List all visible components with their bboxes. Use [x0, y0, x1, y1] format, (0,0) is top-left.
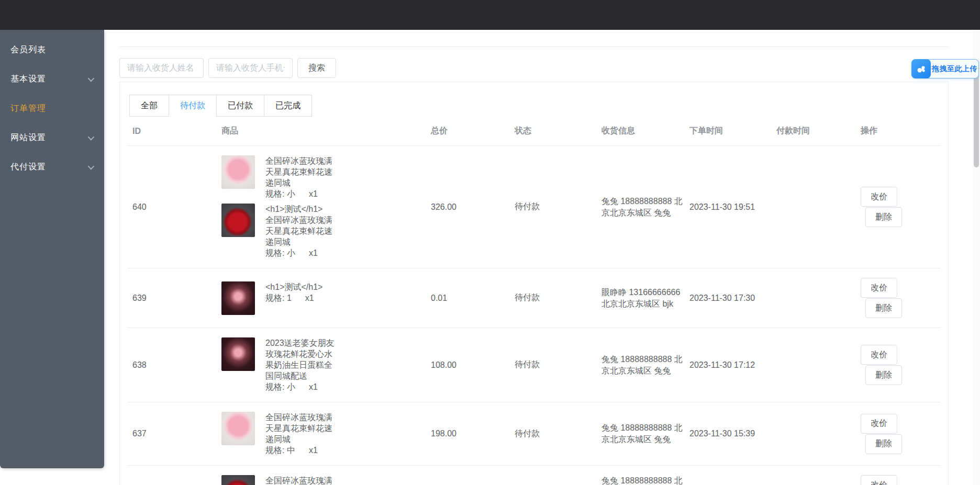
recipient-cell: 兔兔 18888888888 北 [596, 475, 684, 485]
tab-4[interactable]: 已完成 [264, 95, 312, 117]
edit-price-button[interactable]: 改价 [861, 345, 897, 365]
recipient-cell: 兔兔 18888888888 北京北京东城区 兔兔 [596, 196, 684, 219]
recipient-cell: 兔兔 18888888888 北京北京东城区 兔兔 [596, 422, 684, 445]
spec-label: 规格: 中 [265, 446, 295, 455]
search-button[interactable]: 搜索 [297, 58, 336, 78]
actions-cell: 改价删除 [855, 278, 941, 318]
spec-qty: x1 [309, 446, 318, 455]
column-header: 总价 [426, 126, 509, 137]
recipient-phone-input[interactable] [208, 58, 293, 78]
recipient-info: 兔兔 18888888888 北京北京东城区 兔兔 [602, 422, 688, 445]
spec-qty: x1 [309, 249, 318, 257]
product-info: <h1>测试</h1>规格: 1x1 [265, 281, 335, 315]
order-status: 待付款 [509, 292, 596, 303]
product-info: 2023送老婆女朋友玫瑰花鲜花爱心水果奶油生日蛋糕全国同城配送规格: 小x1 [265, 337, 335, 392]
spec-label: 规格: 小 [265, 382, 295, 391]
table-body: 640全国碎冰蓝玫瑰满天星真花束鲜花速递同城规格: 小x1<h1>测试</h1>… [127, 146, 941, 485]
status-tabs: 全部待付款已付款已完成 [129, 95, 311, 117]
product-item: 全国碎冰蓝玫瑰满天星真花束鲜花速递同城规格: 小x1 [221, 155, 426, 199]
edit-price-button[interactable]: 改价 [861, 414, 897, 434]
sidebar-item-4[interactable]: 网站设置 [0, 123, 104, 152]
product-item: 2023送老婆女朋友玫瑰花鲜花爱心水果奶油生日蛋糕全国同城配送规格: 小x1 [221, 337, 426, 392]
order-time: 2023-11-30 15:39 [684, 429, 771, 438]
order-time: 2023-11-30 17:30 [684, 294, 771, 303]
product-image [221, 204, 255, 237]
product-item: 全国碎冰蓝玫瑰满天星真花束鲜花速递同城规格: 中x1 [221, 412, 426, 456]
column-header: 收货信息 [596, 126, 684, 137]
table-row: 640全国碎冰蓝玫瑰满天星真花束鲜花速递同城规格: 小x1<h1>测试</h1>… [127, 146, 941, 268]
actions-cell: 改价删除 [855, 345, 941, 385]
column-header: 付款时间 [771, 126, 855, 137]
column-header: 状态 [509, 126, 596, 137]
spec-qty: x1 [309, 189, 318, 198]
actions-cell: 改价删除 [855, 187, 941, 227]
product-cell: 全国碎冰蓝玫瑰满天星真花束鲜花速递同城规格: 小x1<h1>测试</h1> 全国… [216, 155, 426, 258]
spec-label: 规格: 小 [265, 249, 295, 257]
table-row: 6382023送老婆女朋友玫瑰花鲜花爱心水果奶油生日蛋糕全国同城配送规格: 小x… [127, 328, 941, 402]
edit-price-button[interactable]: 改价 [861, 475, 897, 485]
product-title: 全国碎冰蓝玫瑰满天星真花束鲜花速 [265, 475, 335, 485]
product-title: <h1>测试</h1> [265, 281, 335, 292]
sidebar-item-label: 代付设置 [10, 162, 88, 173]
sidebar-item-label: 网站设置 [10, 132, 88, 143]
edit-price-button[interactable]: 改价 [861, 187, 897, 207]
product-image [221, 281, 255, 315]
column-header: 商品 [216, 126, 426, 137]
order-id: 639 [127, 294, 216, 303]
sidebar-item-label: 会员列表 [10, 44, 93, 55]
actions: 改价删除 [861, 475, 941, 485]
product-info: 全国碎冰蓝玫瑰满天星真花束鲜花速递同城规格: 中x1 [265, 412, 335, 456]
product-title: 全国碎冰蓝玫瑰满天星真花束鲜花速递同城 [265, 155, 335, 188]
product-info: 全国碎冰蓝玫瑰满天星真花束鲜花速 [265, 475, 335, 485]
delete-button[interactable]: 删除 [865, 365, 902, 385]
table-row: 639<h1>测试</h1>规格: 1x10.01待付款眼睁睁 13166666… [127, 268, 941, 328]
table-row: 全国碎冰蓝玫瑰满天星真花束鲜花速兔兔 18888888888 北改价删除 [127, 466, 941, 485]
order-id: 637 [127, 429, 216, 438]
delete-button[interactable]: 删除 [865, 434, 902, 454]
product-cell: <h1>测试</h1>规格: 1x1 [216, 281, 426, 315]
sidebar-item-2[interactable]: 基本设置 [0, 64, 104, 94]
sidebar-item-3[interactable]: 订单管理 [0, 94, 104, 123]
chevron-down-icon [88, 75, 95, 82]
sidebar-item-label: 基本设置 [10, 74, 88, 85]
product-title: <h1>测试</h1> 全国碎冰蓝玫瑰满天星真花束鲜花速递同城 [265, 204, 335, 247]
product-spec: 规格: 小x1 [265, 381, 335, 392]
orders-table: ID商品总价状态收货信息下单时间付款时间操作 640全国碎冰蓝玫瑰满天星真花束鲜… [127, 117, 941, 485]
delete-button[interactable]: 删除 [865, 207, 902, 227]
column-header: 操作 [855, 126, 941, 137]
product-info: 全国碎冰蓝玫瑰满天星真花束鲜花速递同城规格: 小x1 [265, 155, 335, 199]
table-row: 637全国碎冰蓝玫瑰满天星真花束鲜花速递同城规格: 中x1198.00待付款兔兔… [127, 402, 941, 466]
recipient-info: 眼睁睁 13166666666 北京北京东城区 bjk [602, 287, 688, 310]
netdisk-cloud-icon [911, 59, 931, 78]
top-bar [0, 0, 980, 30]
product-title: 全国碎冰蓝玫瑰满天星真花束鲜花速递同城 [265, 412, 335, 445]
orders-card: 全部待付款已付款已完成 ID商品总价状态收货信息下单时间付款时间操作 640全国… [119, 82, 949, 485]
recipient-cell: 眼睁睁 13166666666 北京北京东城区 bjk [596, 287, 684, 310]
sidebar-item-label: 订单管理 [10, 103, 93, 114]
sidebar-item-5[interactable]: 代付设置 [0, 152, 104, 182]
tab-1[interactable]: 全部 [129, 95, 169, 117]
recipient-info: 兔兔 18888888888 北 [602, 475, 688, 485]
actions: 改价删除 [861, 187, 941, 227]
product-title: 2023送老婆女朋友玫瑰花鲜花爱心水果奶油生日蛋糕全国同城配送 [265, 337, 335, 381]
product-cell: 全国碎冰蓝玫瑰满天星真花束鲜花速递同城规格: 中x1 [216, 412, 426, 456]
product-spec: 规格: 小x1 [265, 188, 335, 199]
spec-qty: x1 [305, 294, 314, 302]
tab-2[interactable]: 待付款 [169, 95, 217, 117]
recipient-info: 兔兔 18888888888 北京北京东城区 兔兔 [602, 196, 688, 219]
order-id: 640 [127, 202, 216, 212]
order-status: 待付款 [509, 428, 596, 439]
delete-button[interactable]: 删除 [865, 298, 902, 318]
table-header-row: ID商品总价状态收货信息下单时间付款时间操作 [127, 117, 941, 146]
content-panel: 搜索 全部待付款已付款已完成 ID商品总价状态收货信息下单时间付款时间操作 64… [119, 47, 949, 485]
drag-upload-badge[interactable]: 拖拽至此上传 [911, 59, 979, 78]
vertical-scrollbar[interactable] [973, 30, 980, 485]
product-spec: 规格: 中x1 [265, 445, 335, 456]
product-info: <h1>测试</h1> 全国碎冰蓝玫瑰满天星真花束鲜花速递同城规格: 小x1 [265, 204, 335, 258]
recipient-name-input[interactable] [119, 58, 204, 78]
edit-price-button[interactable]: 改价 [861, 278, 897, 298]
tab-3[interactable]: 已付款 [216, 95, 264, 117]
column-header: ID [127, 127, 216, 136]
sidebar-item-1[interactable]: 会员列表 [0, 35, 104, 64]
chevron-down-icon [88, 133, 95, 140]
